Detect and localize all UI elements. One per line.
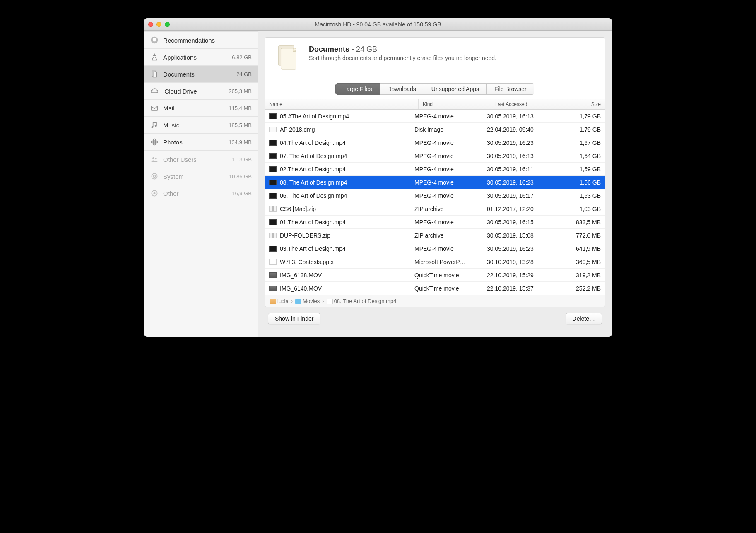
minimize-icon[interactable] <box>156 22 161 27</box>
tab-unsupported-apps[interactable]: Unsupported Apps <box>424 83 487 95</box>
cloud-icon <box>150 86 159 96</box>
close-icon[interactable] <box>148 22 153 27</box>
file-size: 1,56 GB <box>559 179 601 186</box>
table-row[interactable]: 06. The Art of Design.mp4MPEG-4 movie30.… <box>265 189 605 202</box>
users-icon <box>150 155 159 164</box>
svg-point-9 <box>152 157 154 159</box>
col-last-accessed[interactable]: Last Accessed <box>491 99 563 109</box>
table-row[interactable]: 01.The Art of Design.mp4MPEG-4 movie30.0… <box>265 216 605 229</box>
file-name: 04.The Art of Design.mp4 <box>280 139 346 146</box>
file-last-accessed: 30.05.2019, 16:13 <box>487 153 559 159</box>
file-type-icon <box>269 272 277 278</box>
traffic-lights <box>148 22 170 27</box>
sidebar-item-recommendations[interactable]: Recommendations <box>144 31 258 49</box>
zoom-icon[interactable] <box>165 22 170 27</box>
sidebar-item-value: 134,9 MB <box>229 139 252 145</box>
path-segment[interactable]: Movies <box>295 298 320 304</box>
file-size: 369,5 MB <box>559 259 601 265</box>
file-last-accessed: 22.10.2019, 15:29 <box>487 272 559 279</box>
table-row[interactable]: IMG_6140.MOVQuickTime movie22.10.2019, 1… <box>265 282 605 295</box>
section-title-name: Documents <box>309 45 349 53</box>
file-kind: ZIP archive <box>414 232 487 239</box>
sidebar-item-mail[interactable]: Mail115,4 MB <box>144 100 258 117</box>
sidebar-item-icloud-drive[interactable]: iCloud Drive265,3 MB <box>144 83 258 100</box>
table-row[interactable]: IMG_6138.MOVQuickTime movie22.10.2019, 1… <box>265 269 605 282</box>
main-panel: Documents - 24 GB Sort through documents… <box>258 31 612 337</box>
sidebar-item-photos[interactable]: Photos134,9 MB <box>144 134 258 151</box>
table-row[interactable]: W7L3. Contests.pptxMicrosoft PowerP…30.1… <box>265 255 605 269</box>
file-size: 1,03 GB <box>559 206 601 212</box>
file-size: 1,79 GB <box>559 126 601 133</box>
table-body: 05.AThe Art of Design.mp4MPEG-4 movie30.… <box>265 110 605 295</box>
file-last-accessed: 30.10.2019, 13:28 <box>487 259 559 265</box>
lightbulb-icon <box>150 36 159 45</box>
path-segment[interactable]: lucia <box>270 298 289 304</box>
table-row[interactable]: DUP-FOLDERS.zipZIP archive30.05.2019, 15… <box>265 229 605 242</box>
table-row[interactable]: CS6 [Mac].zipZIP archive01.12.2017, 12:2… <box>265 202 605 216</box>
tab-downloads[interactable]: Downloads <box>380 83 424 95</box>
svg-point-6 <box>154 143 156 145</box>
sidebar-item-applications[interactable]: Applications6,82 GB <box>144 49 258 66</box>
delete-button[interactable]: Delete… <box>566 313 602 324</box>
file-size: 319,2 MB <box>559 272 601 279</box>
mail-icon <box>150 103 159 113</box>
titlebar: Macintosh HD - 90,04 GB available of 150… <box>144 18 612 31</box>
file-size: 772,6 MB <box>559 232 601 239</box>
file-name: 02.The Art of Design.mp4 <box>280 166 346 173</box>
table-row[interactable]: 07. The Art of Design.mp4MPEG-4 movie30.… <box>265 149 605 163</box>
file-kind: MPEG-4 movie <box>414 139 487 146</box>
table-row[interactable]: 04.The Art of Design.mp4MPEG-4 movie30.0… <box>265 136 605 149</box>
table-row[interactable]: 03.The Art of Design.mp4MPEG-4 movie30.0… <box>265 242 605 255</box>
chevron-right-icon: › <box>322 298 324 304</box>
svg-point-7 <box>152 141 154 143</box>
col-kind[interactable]: Kind <box>419 99 491 109</box>
file-type-icon <box>269 180 277 185</box>
sidebar-item-documents[interactable]: Documents24 GB <box>144 66 258 83</box>
sidebar-item-value: 6,82 GB <box>232 54 252 60</box>
sidebar-item-label: Applications <box>163 54 228 61</box>
file-last-accessed: 30.05.2019, 15:08 <box>487 232 559 239</box>
sidebar-item-value: 10,86 GB <box>229 173 252 180</box>
col-name[interactable]: Name <box>265 99 419 109</box>
show-in-finder-button[interactable]: Show in Finder <box>268 313 320 324</box>
file-type-icon <box>269 166 277 172</box>
file-last-accessed: 22.10.2019, 15:37 <box>487 285 559 292</box>
file-name: AP 2018.dmg <box>280 126 315 133</box>
tab-large-files[interactable]: Large Files <box>335 83 380 95</box>
file-type-icon <box>269 219 277 225</box>
window-title: Macintosh HD - 90,04 GB available of 150… <box>148 21 608 28</box>
file-name: IMG_6138.MOV <box>280 272 322 279</box>
file-type-icon <box>269 259 277 265</box>
file-kind: MPEG-4 movie <box>414 113 487 120</box>
sidebar-item-value: 24 GB <box>236 71 252 77</box>
tab-switcher: Large FilesDownloadsUnsupported AppsFile… <box>335 83 534 95</box>
file-last-accessed: 22.04.2019, 09:40 <box>487 126 559 133</box>
file-name: DUP-FOLDERS.zip <box>280 232 330 239</box>
table-row[interactable]: 05.AThe Art of Design.mp4MPEG-4 movie30.… <box>265 110 605 123</box>
path-segment[interactable]: 08. The Art of Design.mp4 <box>327 298 397 304</box>
sidebar: RecommendationsApplications6,82 GBDocume… <box>144 31 258 337</box>
file-size: 1,59 GB <box>559 166 601 173</box>
file-kind: MPEG-4 movie <box>414 192 487 199</box>
table-row[interactable]: 08. The Art of Design.mp4MPEG-4 movie30.… <box>265 176 605 189</box>
path-label: lucia <box>277 298 289 304</box>
sidebar-item-value: 16,9 GB <box>232 190 252 197</box>
sidebar-item-other: Other16,9 GB <box>144 185 258 202</box>
tab-file-browser[interactable]: File Browser <box>487 83 534 95</box>
file-size: 1,79 GB <box>559 113 601 120</box>
sidebar-item-label: Recommendations <box>163 37 248 44</box>
sidebar-item-music[interactable]: Music185,5 MB <box>144 117 258 134</box>
table-header: Name Kind Last Accessed Size <box>265 99 605 110</box>
file-table: Name Kind Last Accessed Size 05.AThe Art… <box>265 99 605 307</box>
chevron-right-icon: › <box>291 298 293 304</box>
file-last-accessed: 30.05.2019, 16:13 <box>487 113 559 120</box>
col-size[interactable]: Size <box>563 99 605 109</box>
file-name: W7L3. Contests.pptx <box>280 259 334 265</box>
table-row[interactable]: AP 2018.dmgDisk Image22.04.2019, 09:401,… <box>265 123 605 136</box>
sidebar-item-label: System <box>163 173 225 180</box>
table-row[interactable]: 02.The Art of Design.mp4MPEG-4 movie30.0… <box>265 163 605 176</box>
sidebar-item-system: System10,86 GB <box>144 168 258 185</box>
path-folder-icon <box>270 299 276 304</box>
sidebar-item-label: Music <box>163 122 224 129</box>
sidebar-item-label: Photos <box>163 139 224 146</box>
